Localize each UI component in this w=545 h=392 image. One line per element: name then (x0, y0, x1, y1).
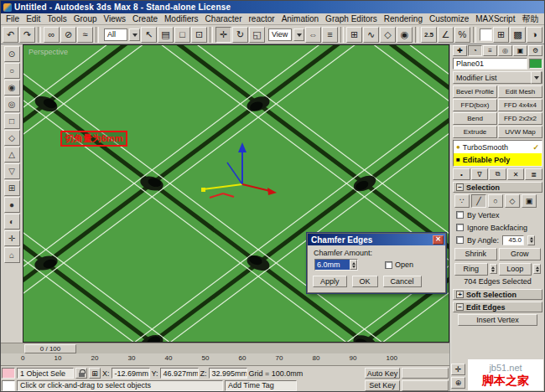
menu-tools[interactable]: Tools (44, 14, 70, 23)
loop-button[interactable]: Loop (499, 263, 532, 276)
key-filters-button[interactable] (402, 380, 449, 391)
reactor-icon-5[interactable]: □ (4, 113, 20, 129)
spinner[interactable] (527, 235, 535, 245)
create-tab-icon[interactable]: ✚ (453, 45, 467, 56)
curve-editor-icon[interactable]: ∿ (363, 27, 379, 43)
x-coordinate-field[interactable]: -12.69mm (112, 368, 150, 379)
redo-icon[interactable]: ↷ (19, 27, 35, 43)
material-editor-icon[interactable]: ◉ (397, 27, 413, 43)
array-icon[interactable]: ⊞ (493, 27, 509, 43)
menu-create[interactable]: Create (129, 14, 161, 23)
by-angle-checkbox[interactable] (456, 236, 464, 244)
z-coordinate-field[interactable]: 32.995mm (209, 368, 247, 379)
pan-view-icon[interactable]: ✛ (451, 364, 465, 375)
reactor-icon-6[interactable]: ◇ (4, 130, 20, 146)
set-key-button[interactable]: Set Key (365, 380, 400, 391)
show-end-result-icon[interactable]: ∇ (471, 168, 489, 180)
uvw-map-button[interactable]: UVW Map (498, 126, 542, 138)
ffd-box-button[interactable]: FFD(box) (453, 99, 497, 111)
reactor-icon-7[interactable]: △ (4, 147, 20, 162)
stack-item-editable-poly[interactable]: ■ Editable Poly (454, 153, 542, 166)
edit-mesh-button[interactable]: Edit Mesh (498, 85, 542, 98)
modifier-list-dropdown[interactable]: Modifier List (453, 71, 542, 84)
object-color-swatch[interactable] (529, 59, 542, 69)
ring-button[interactable]: Ring (454, 263, 488, 276)
unlink-selection-icon[interactable]: ⊘ (60, 27, 76, 43)
absolute-mode-icon[interactable]: ⊞ (89, 368, 101, 379)
reactor-icon-2[interactable]: ○ (4, 63, 20, 79)
apply-button[interactable]: Apply (313, 276, 347, 287)
viewport-label[interactable]: Perspective (29, 48, 68, 56)
perspective-viewport[interactable]: Perspective 切角量为6mm Chamfer Edges ✕ Cham… (23, 44, 449, 343)
motion-tab-icon[interactable]: ◎ (498, 45, 512, 56)
display-tab-icon[interactable]: ▣ (513, 45, 527, 56)
time-slider-handle[interactable]: 0 / 100 (24, 344, 76, 353)
menu-reactor[interactable]: reactor (246, 14, 278, 23)
reactor-icon-3[interactable]: ◉ (4, 80, 20, 95)
spinner[interactable] (490, 264, 497, 274)
pin-stack-icon[interactable]: • (453, 168, 470, 180)
snap-toggle-icon[interactable]: 2.5 (421, 27, 437, 43)
reactor-icon-13[interactable]: ⌂ (4, 247, 20, 263)
menu-character[interactable]: Character (202, 14, 246, 23)
reactor-icon-1[interactable]: ⊙ (4, 46, 20, 62)
border-mode-icon[interactable]: ○ (488, 194, 503, 208)
hierarchy-tab-icon[interactable]: ≡ (483, 45, 497, 56)
configure-stack-icon[interactable]: ≣ (525, 168, 542, 180)
y-coordinate-field[interactable]: 46.927mm (160, 368, 199, 379)
schematic-view-icon[interactable]: ◇ (380, 27, 396, 43)
named-selection-field[interactable] (480, 28, 492, 41)
select-and-scale-icon[interactable]: ◱ (249, 27, 265, 43)
track-bar[interactable]: 0 10 20 30 40 50 60 70 80 90 100 (1, 353, 449, 366)
selection-rollout-header[interactable]: − Selection (453, 182, 542, 193)
shrink-button[interactable]: Shrink (454, 248, 497, 260)
menu-maxscript[interactable]: MAXScript (472, 14, 518, 23)
remove-modifier-icon[interactable]: ✕ (507, 168, 525, 180)
rectangular-selection-icon[interactable]: □ (174, 27, 190, 43)
dialog-title-bar[interactable]: Chamfer Edges ✕ (308, 234, 445, 245)
align-icon[interactable]: ≡ (322, 27, 338, 43)
mirror-icon[interactable]: ⇔ (305, 27, 321, 43)
bind-to-spacewarp-icon[interactable]: ≈ (77, 27, 93, 43)
key-mode-dropdown[interactable] (402, 368, 449, 379)
by-vertex-checkbox[interactable] (456, 211, 464, 219)
reactor-icon-10[interactable]: ● (4, 197, 20, 213)
open-checkbox[interactable] (385, 261, 392, 269)
reactor-icon-11[interactable]: ◐ (4, 214, 20, 230)
menu-rendering[interactable]: Rendering (381, 14, 426, 23)
mini-listener-script[interactable] (2, 380, 15, 391)
spinner[interactable] (533, 264, 541, 274)
mini-listener-macro[interactable] (2, 368, 15, 379)
ok-button[interactable]: OK (352, 276, 378, 287)
bevel-profile-button[interactable]: Bevel Profile (453, 85, 497, 98)
reference-coordinate-dropdown[interactable]: View (266, 28, 304, 42)
polygon-mode-icon[interactable]: ◇ (505, 194, 520, 208)
undo-icon[interactable]: ↶ (3, 27, 18, 43)
reactor-icon-9[interactable]: ⊞ (4, 180, 20, 196)
render-scene-icon[interactable]: ▩ (510, 27, 526, 43)
select-and-rotate-icon[interactable]: ↻ (232, 27, 248, 43)
by-angle-value-field[interactable]: 45.0 (502, 235, 524, 245)
edge-mode-icon[interactable]: ╱ (471, 194, 486, 208)
vertex-mode-icon[interactable]: ∵ (454, 194, 470, 208)
object-name-field[interactable]: Plane01 (453, 58, 527, 70)
menu-file[interactable]: File (3, 14, 23, 23)
reactor-icon-4[interactable]: ◎ (4, 96, 20, 112)
menu-edit[interactable]: Edit (23, 14, 44, 23)
time-slider-track[interactable]: 0 / 100 (1, 343, 449, 353)
reactor-icon-12[interactable]: ✛ (4, 230, 20, 246)
zoom-icon[interactable]: ⊕ (451, 377, 465, 389)
chamfer-amount-field[interactable]: 6.0mm (314, 259, 358, 271)
menu-animation[interactable]: Animation (278, 14, 322, 23)
reactor-icon-8[interactable]: ▽ (4, 163, 20, 179)
select-and-move-icon[interactable]: ✛ (215, 27, 231, 43)
layer-manager-icon[interactable]: ⊞ (346, 27, 362, 43)
soft-selection-rollout-header[interactable]: + Soft Selection (453, 289, 542, 300)
auto-key-button[interactable]: Auto Key (365, 368, 400, 379)
modify-tab-icon[interactable]: ◔ (468, 45, 482, 56)
element-mode-icon[interactable]: ▣ (522, 194, 537, 208)
stack-item-turbosmooth[interactable]: ● TurboSmooth ✓ (454, 141, 542, 153)
menu-help[interactable]: 帮助 (518, 13, 542, 25)
make-unique-icon[interactable]: ⧉ (489, 168, 506, 180)
insert-vertex-button[interactable]: Insert Vertex (458, 314, 537, 326)
